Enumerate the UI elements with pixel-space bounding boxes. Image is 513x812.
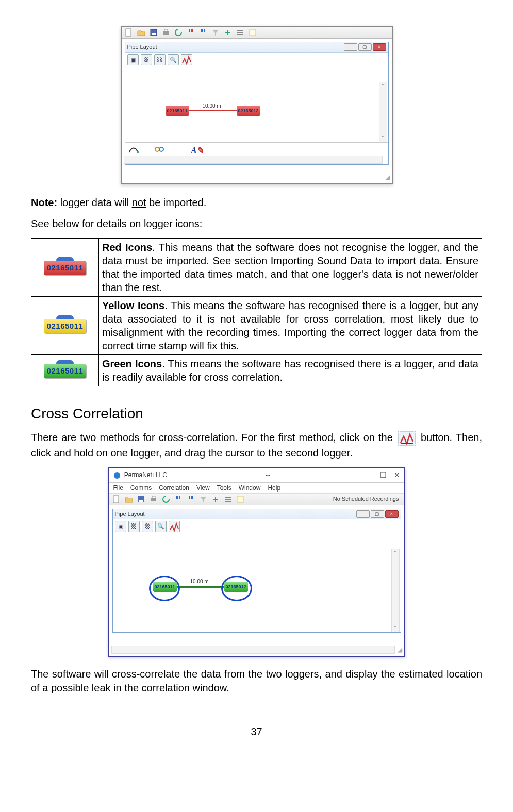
svg-rect-25 [179, 496, 180, 499]
maximize-button[interactable]: ▢ [358, 43, 372, 51]
green-icon-desc: Green Icons. This means the software has… [99, 355, 482, 386]
app-menubar: File Comms Correlation View Tools Window… [109, 483, 404, 494]
logger-left-2[interactable]: 02165011 [153, 582, 177, 592]
svg-rect-9 [237, 30, 243, 31]
scroll-down-icon[interactable]: ˅ [380, 135, 386, 141]
marker1-icon[interactable] [174, 495, 183, 503]
svg-rect-26 [189, 496, 190, 499]
move-cursor-icon: ↔ [264, 470, 271, 480]
svg-rect-2 [152, 33, 156, 35]
save-icon[interactable] [137, 495, 145, 503]
note-text-underlined: not [132, 197, 146, 208]
plus-icon [224, 28, 232, 37]
green-icon-title: Green Icons [102, 358, 162, 369]
table-row: 02165011 Red Icons. This means that the … [31, 239, 482, 297]
scroll-down-icon[interactable]: ˅ [393, 625, 398, 631]
open-icon[interactable] [125, 495, 133, 503]
note-icon[interactable] [236, 495, 244, 503]
menu-file[interactable]: File [113, 484, 123, 492]
pipe-layout-titlebar-2: Pipe Layout – ▢ × [113, 509, 401, 519]
note-icon [249, 28, 257, 37]
svg-rect-31 [237, 496, 243, 502]
minimize-button[interactable]: – [344, 43, 357, 51]
scroll-up-icon[interactable]: ˄ [380, 83, 386, 89]
plus-icon[interactable] [211, 495, 220, 503]
list-icon[interactable] [224, 495, 232, 503]
minimize-button[interactable]: – [356, 510, 370, 518]
svg-rect-21 [139, 500, 143, 502]
pipe-canvas[interactable]: 10.00 m 02165011 02165012 ˄ ˅ [125, 67, 388, 142]
maximize-button[interactable]: ▢ [371, 510, 384, 518]
svg-rect-10 [237, 32, 243, 33]
svg-rect-29 [225, 499, 231, 500]
app-titlebar: PermaNet+LLC ↔ – ☐ ✕ [109, 468, 404, 483]
menu-correlation[interactable]: Correlation [159, 484, 189, 492]
app-title: PermaNet+LLC [124, 471, 167, 479]
svg-rect-6 [191, 29, 193, 32]
resize-grip-icon[interactable]: ◢ [385, 173, 390, 181]
red-icon-title: Red Icons [102, 242, 152, 253]
logger-left[interactable]: 02165011 [166, 106, 189, 116]
screenshot-pipe-layout-2: PermaNet+LLC ↔ – ☐ ✕ File Comms Correlat… [108, 467, 405, 657]
svg-rect-4 [164, 29, 168, 31]
marker2-icon[interactable] [187, 495, 195, 503]
tool-find-icon[interactable]: 🔍 [168, 54, 179, 65]
vertical-scrollbar-2[interactable]: ˄ ˅ [391, 549, 400, 632]
tool-loggerpair1-icon[interactable]: ⛓ [141, 54, 152, 65]
filter-icon[interactable] [199, 495, 207, 503]
maximize-button[interactable]: ☐ [380, 470, 387, 480]
svg-point-18 [114, 472, 120, 479]
svg-rect-7 [201, 29, 203, 32]
logger-right-2[interactable]: 02165012 [224, 582, 248, 592]
menu-comms[interactable]: Comms [130, 484, 152, 492]
close-button[interactable]: ✕ [394, 470, 400, 480]
close-button[interactable]: × [373, 43, 386, 51]
tool-correlate-icon[interactable] [181, 54, 192, 65]
svg-rect-19 [113, 496, 119, 503]
pipe-layout-titlebar: Pipe Layout – ▢ × [125, 42, 388, 53]
app-logo-icon [113, 472, 121, 479]
yellow-icon-title: Yellow Icons [102, 300, 164, 311]
table-row: 02165011 Green Icons. This means the sof… [31, 355, 482, 386]
window-buttons: – ▢ × [344, 43, 386, 51]
menu-help[interactable]: Help [268, 484, 280, 492]
tool-zoom-fit-icon[interactable]: ▣ [115, 521, 126, 532]
pipe-canvas-2[interactable]: 10.00 m 02165011 02165012 ˄ ˅ [113, 534, 401, 632]
status-no-recordings: No Scheduled Recordings [333, 495, 399, 503]
pipe-layout-window: Pipe Layout – ▢ × ▣ ⛓ ⛓ 🔍 10.00 m 021650… [125, 42, 389, 165]
marker2-icon [199, 28, 207, 37]
app-toolbar [122, 27, 392, 39]
note-label: Note: [31, 197, 57, 208]
logger-icon-green: 02165011 [44, 364, 86, 378]
svg-rect-3 [163, 31, 169, 35]
minimize-button[interactable]: – [369, 470, 373, 480]
scroll-up-icon[interactable]: ˄ [393, 550, 398, 556]
tool-find-icon[interactable]: 🔍 [155, 521, 167, 532]
red-icon-desc: Red Icons. This means that the software … [99, 239, 482, 297]
sync-icon[interactable] [162, 495, 170, 503]
cc-para-1: There are two methods for cross-correlat… [31, 431, 482, 460]
logger-icon-yellow: 02165011 [44, 319, 86, 333]
new-icon[interactable] [112, 495, 121, 503]
close-button[interactable]: × [385, 510, 399, 518]
menu-view[interactable]: View [196, 484, 210, 492]
vertical-scrollbar[interactable]: ˄ ˅ [379, 82, 387, 142]
list-icon [236, 28, 244, 37]
print-icon [162, 28, 170, 37]
logger-right[interactable]: 02165012 [237, 106, 260, 116]
horizontal-scrollbar[interactable] [124, 156, 383, 164]
tool-loggerpair2-icon[interactable]: ⛓ [142, 521, 153, 532]
print-icon[interactable] [150, 495, 158, 503]
horizontal-scrollbar-2[interactable] [111, 646, 395, 654]
tool-loggerpair2-icon[interactable]: ⛓ [154, 54, 166, 65]
tool-correlate-icon[interactable] [169, 521, 180, 532]
svg-point-14 [155, 147, 159, 151]
svg-rect-24 [176, 496, 178, 499]
tool-loggerpair1-icon[interactable]: ⛓ [128, 521, 140, 532]
menu-tools[interactable]: Tools [217, 484, 231, 492]
menu-window[interactable]: Window [239, 484, 261, 492]
tool-zoom-fit-icon[interactable]: ▣ [127, 54, 139, 65]
svg-rect-23 [152, 496, 155, 498]
pipe-layout-toolbar: ▣ ⛓ ⛓ 🔍 [125, 53, 388, 67]
resize-grip-icon[interactable]: ◢ [398, 646, 402, 654]
